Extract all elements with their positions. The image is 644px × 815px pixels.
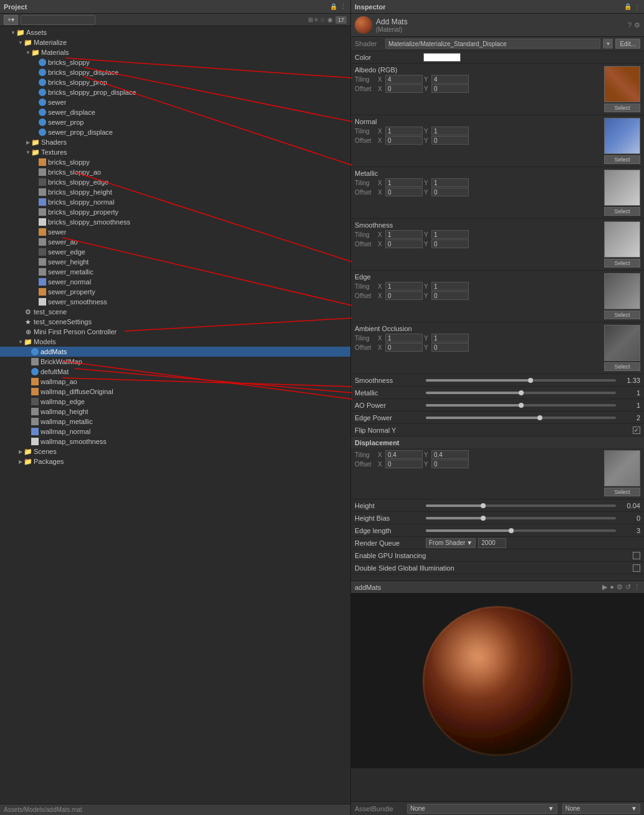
edit-shader-button[interactable]: Edit...	[615, 39, 640, 49]
asset-bundle-variant-dropdown[interactable]: None ▼	[562, 804, 640, 814]
tiling-x-2[interactable]: 1	[385, 178, 423, 187]
tree-item[interactable]: bricks_sloppy_normal	[0, 197, 350, 207]
tiling-x-5[interactable]: 1	[385, 334, 423, 342]
tiling-y-1[interactable]: 1	[431, 127, 469, 135]
tree-item[interactable]: ▶📁Packages	[0, 456, 350, 466]
tree-item[interactable]: sewer_prop_displace	[0, 127, 350, 137]
tiling-y-0[interactable]: 4	[431, 75, 469, 84]
tree-item[interactable]: sewer_normal	[0, 277, 350, 287]
double-sided-gi-checkbox[interactable]	[633, 564, 640, 572]
texture-select-button-2[interactable]: Select	[604, 207, 640, 216]
offset-y-0[interactable]: 0	[431, 84, 469, 93]
tree-item[interactable]: bricks_sloppy	[0, 157, 350, 167]
more-icon-inspector[interactable]: ⋮	[634, 3, 640, 10]
tree-item[interactable]: ★test_sceneSettings	[0, 317, 350, 327]
tiling-y-2[interactable]: 1	[431, 178, 469, 187]
offset-y-5[interactable]: 0	[431, 343, 469, 352]
tree-item[interactable]: bricks_sloppy_property	[0, 207, 350, 217]
settings-icon[interactable]: ⚙	[634, 21, 640, 29]
tree-item[interactable]: ⊕Mini First Person Controller	[0, 327, 350, 337]
shader-value[interactable]: Materialize/Materialize_Standard_Displac…	[385, 39, 600, 49]
tree-item[interactable]: sewer_displace	[0, 107, 350, 117]
tree-item[interactable]: sewer_smoothness	[0, 297, 350, 307]
tree-item[interactable]: wallmap_edge	[0, 397, 350, 407]
tree-item[interactable]: wallmap_diffuseOriginal	[0, 387, 350, 397]
search-input[interactable]	[21, 15, 95, 25]
tree-item[interactable]: wallmap_height	[0, 407, 350, 417]
tree-item[interactable]: ▶📁Scenes	[0, 446, 350, 456]
tree-item[interactable]: ▼📁Models	[0, 337, 350, 347]
lock-icon[interactable]: 🔒	[330, 3, 337, 10]
tree-item[interactable]: wallmap_smoothness	[0, 436, 350, 446]
shader-dropdown[interactable]: ▼	[603, 39, 613, 49]
tree-item[interactable]: sewer	[0, 97, 350, 107]
disp-slider-track-1[interactable]	[426, 517, 616, 519]
disp-tiling-y[interactable]: 0.4	[431, 450, 469, 459]
tree-item[interactable]: addMats	[0, 347, 350, 357]
tree-item[interactable]: bricks_sloppy_height	[0, 187, 350, 197]
texture-select-button-1[interactable]: Select	[604, 155, 640, 164]
offset-x-2[interactable]: 0	[385, 188, 423, 196]
disp-offset-y[interactable]: 0	[431, 460, 469, 468]
slider-track-1[interactable]	[426, 392, 616, 394]
slider-track-0[interactable]	[426, 379, 616, 382]
preview-play-icon[interactable]: ▶	[602, 583, 607, 591]
texture-select-button-3[interactable]: Select	[604, 259, 640, 268]
tree-item[interactable]: ▼📁Textures	[0, 147, 350, 157]
texture-select-button-0[interactable]: Select	[604, 104, 640, 112]
slider-track-3[interactable]	[426, 417, 616, 419]
displacement-select-button[interactable]: Select	[604, 488, 640, 496]
tree-item[interactable]: bricks_sloppy_prop_displace	[0, 87, 350, 97]
tree-item[interactable]: ▶📁Shaders	[0, 137, 350, 147]
tree-item[interactable]: ▼📁Assets	[0, 27, 350, 37]
disp-offset-x[interactable]: 0	[385, 460, 423, 468]
tree-item[interactable]: bricks_sloppy_edge	[0, 177, 350, 187]
tree-item[interactable]: bricks_sloppy_displace	[0, 67, 350, 77]
tree-item[interactable]: bricks_sloppy	[0, 57, 350, 67]
tiling-x-4[interactable]: 1	[385, 282, 423, 291]
more-icon[interactable]: ⋮	[340, 2, 347, 11]
tiling-x-0[interactable]: 4	[385, 75, 423, 84]
tree-item[interactable]: wallmap_metallic	[0, 417, 350, 427]
preview-stop-icon[interactable]: ●	[610, 583, 614, 591]
tiling-y-3[interactable]: 1	[431, 230, 469, 239]
disp-slider-track-2[interactable]	[426, 529, 616, 532]
tree-item[interactable]: sewer_edge	[0, 247, 350, 257]
tiling-x-1[interactable]: 1	[385, 127, 423, 135]
lock-icon-inspector[interactable]: 🔒	[624, 3, 632, 10]
tree-item[interactable]: sewer_prop	[0, 117, 350, 127]
tree-item[interactable]: bricks_sloppy_smoothness	[0, 217, 350, 227]
help-icon[interactable]: ?	[628, 21, 632, 29]
add-button[interactable]: +▾	[4, 15, 18, 25]
slider-track-2[interactable]	[426, 404, 616, 407]
preview-more-icon[interactable]: ⋮	[633, 583, 640, 591]
tiling-x-3[interactable]: 1	[385, 230, 423, 239]
tree-item[interactable]: sewer_height	[0, 257, 350, 267]
asset-bundle-dropdown[interactable]: None ▼	[407, 804, 557, 814]
tree-item[interactable]: bricks_sloppy_ao	[0, 167, 350, 177]
offset-x-0[interactable]: 0	[385, 84, 423, 93]
texture-select-button-5[interactable]: Select	[604, 362, 640, 371]
texture-select-button-4[interactable]: Select	[604, 311, 640, 319]
tree-item[interactable]: ▼📁Materialize	[0, 37, 350, 47]
flip-normal-y-checkbox[interactable]	[633, 427, 640, 434]
tree-item[interactable]: sewer_ao	[0, 237, 350, 247]
tree-item[interactable]: wallmap_normal	[0, 427, 350, 436]
offset-y-1[interactable]: 0	[431, 136, 469, 145]
tree-item[interactable]: bricks_sloppy_prop	[0, 77, 350, 87]
tree-item[interactable]: ⚙test_scene	[0, 307, 350, 317]
offset-y-4[interactable]: 0	[431, 291, 469, 300]
offset-y-2[interactable]: 0	[431, 188, 469, 196]
preview-settings-icon[interactable]: ⚙	[617, 583, 623, 591]
color-swatch[interactable]	[423, 53, 461, 62]
tree-item[interactable]: sewer_metallic	[0, 267, 350, 277]
tree-item[interactable]: ▼📁Materials	[0, 47, 350, 57]
tree-item[interactable]: sewer	[0, 227, 350, 237]
offset-x-4[interactable]: 0	[385, 291, 423, 300]
tree-item[interactable]: wallmap_ao	[0, 377, 350, 387]
render-queue-dropdown[interactable]: From Shader ▼	[426, 538, 476, 548]
disp-tiling-x[interactable]: 0.4	[385, 450, 423, 459]
gpu-instancing-checkbox[interactable]	[633, 552, 640, 559]
render-queue-value[interactable]: 2000	[478, 538, 506, 548]
offset-y-3[interactable]: 0	[431, 239, 469, 248]
